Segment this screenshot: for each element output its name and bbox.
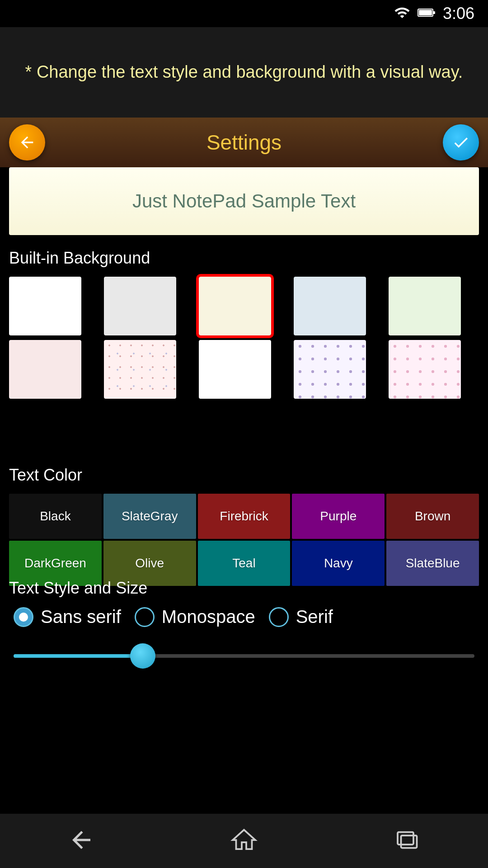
text-style-section: Text Style and Size Sans serif Monospace… [0, 574, 488, 662]
color-black[interactable]: Black [9, 494, 102, 539]
font-options: Sans serif Monospace Serif [0, 607, 488, 641]
color-section-label: Text Color [0, 461, 488, 494]
radio-serif[interactable] [269, 607, 289, 627]
bg-swatch-8[interactable] [199, 340, 271, 399]
sample-preview: Just NotePad Sample Text [9, 167, 479, 235]
text-color-section: Text Color Black SlateGray Firebrick Pur… [0, 461, 488, 586]
navigation-bar [0, 814, 488, 868]
settings-toolbar: Settings [0, 118, 488, 167]
bg-grid [0, 277, 488, 399]
bg-swatch-6[interactable] [9, 340, 81, 399]
color-slategray[interactable]: SlateGray [103, 494, 196, 539]
radio-sansserif[interactable] [14, 607, 33, 627]
svg-rect-1 [419, 10, 432, 15]
home-nav-button[interactable] [230, 826, 258, 855]
radio-monospace[interactable] [135, 607, 155, 627]
color-purple[interactable]: Purple [292, 494, 385, 539]
font-option-sansserif[interactable]: Sans serif [14, 607, 121, 627]
header-hint: * Change the text style and background w… [0, 27, 488, 118]
color-grid: Black SlateGray Firebrick Purple Brown D… [0, 494, 488, 586]
svg-rect-2 [433, 11, 435, 14]
time-display: 3:06 [443, 4, 474, 23]
bg-section-label: Built-in Background [0, 244, 488, 277]
font-option-monospace[interactable]: Monospace [135, 607, 255, 627]
hint-text: * Change the text style and background w… [25, 60, 463, 84]
color-brown[interactable]: Brown [386, 494, 479, 539]
slider-thumb[interactable] [130, 643, 155, 669]
sample-text: Just NotePad Sample Text [132, 190, 356, 212]
builtin-background-section: Built-in Background [0, 244, 488, 399]
battery-icon [418, 5, 436, 23]
signal-icon [394, 5, 410, 23]
recents-nav-button[interactable] [393, 826, 420, 855]
color-firebrick[interactable]: Firebrick [198, 494, 291, 539]
slider-fill [14, 654, 143, 658]
svg-rect-3 [398, 832, 413, 845]
bg-swatch-10[interactable] [389, 340, 461, 399]
slider-track [14, 654, 474, 658]
svg-rect-4 [401, 835, 417, 848]
bg-swatch-4[interactable] [294, 277, 366, 335]
confirm-button[interactable] [443, 124, 479, 160]
back-button[interactable] [9, 124, 45, 160]
font-label-sansserif: Sans serif [41, 607, 121, 627]
bg-swatch-7[interactable] [104, 340, 176, 399]
bg-swatch-9[interactable] [294, 340, 366, 399]
back-nav-button[interactable] [68, 826, 95, 855]
font-label-monospace: Monospace [162, 607, 255, 627]
font-option-serif[interactable]: Serif [269, 607, 333, 627]
bg-swatch-5[interactable] [389, 277, 461, 335]
font-size-slider-container [0, 641, 488, 662]
font-label-serif: Serif [296, 607, 333, 627]
bg-swatch-2[interactable] [104, 277, 176, 335]
bg-swatch-1[interactable] [9, 277, 81, 335]
status-bar: 3:06 [0, 0, 488, 27]
bg-swatch-3[interactable] [199, 277, 271, 335]
style-section-label: Text Style and Size [0, 574, 488, 607]
settings-title: Settings [206, 130, 282, 155]
